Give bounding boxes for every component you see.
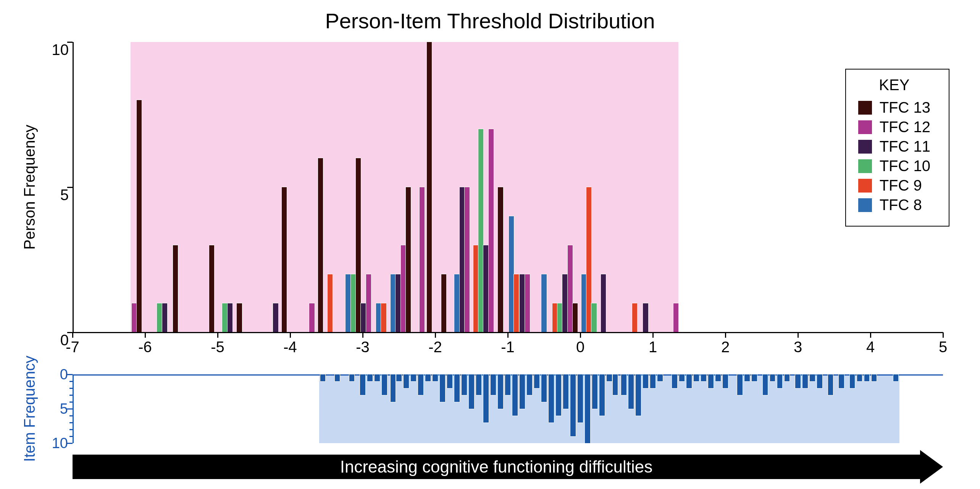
item-bar xyxy=(570,374,575,436)
legend-label: TFC 12 xyxy=(880,118,930,136)
legend-row: TFC 11 xyxy=(858,138,930,155)
upper-plot: 0510 xyxy=(73,42,943,332)
person-bar xyxy=(273,303,278,332)
item-bar xyxy=(752,374,757,381)
item-bar xyxy=(839,374,844,388)
x-tick xyxy=(217,332,218,338)
y-tick-label: 5 xyxy=(60,186,73,204)
x-tick-label: 4 xyxy=(866,338,875,356)
legend-swatch xyxy=(858,198,872,212)
x-tick-label: -7 xyxy=(66,338,79,356)
person-bar xyxy=(478,129,483,332)
person-bar xyxy=(460,187,465,332)
item-bar xyxy=(708,374,713,388)
x-tick xyxy=(435,332,436,338)
item-bar xyxy=(857,374,862,381)
legend-row: TFC 13 xyxy=(858,99,930,116)
item-bar xyxy=(411,374,416,381)
item-bar xyxy=(737,374,742,395)
legend-label: TFC 8 xyxy=(880,196,922,214)
item-bar xyxy=(375,374,379,381)
item-bar xyxy=(367,374,372,381)
item-bar xyxy=(433,374,438,381)
chart-title: Person-Item Threshold Distribution xyxy=(0,8,980,33)
person-bar xyxy=(632,303,637,332)
legend-row: TFC 10 xyxy=(858,157,930,175)
item-bar xyxy=(483,374,488,423)
person-bar xyxy=(420,187,425,332)
y-minor-tick-lower xyxy=(69,429,73,430)
person-bar xyxy=(568,245,573,332)
x-tick-label: -5 xyxy=(211,338,224,356)
y-minor-tick-lower xyxy=(69,436,73,437)
item-bar xyxy=(657,374,662,381)
x-tick xyxy=(507,332,509,338)
chart-container: Person-Item Threshold Distribution Perso… xyxy=(0,0,980,489)
person-bar xyxy=(541,274,546,332)
x-tick xyxy=(145,332,146,338)
y-minor-tick-lower xyxy=(69,422,73,423)
y-tick-label-lower: 5 xyxy=(60,401,73,417)
item-bar xyxy=(469,374,474,409)
person-bar xyxy=(514,274,519,332)
y-axis-label-lower: Item Frequency xyxy=(21,356,38,462)
person-bar xyxy=(591,303,596,332)
person-bar xyxy=(427,42,432,332)
person-bar xyxy=(209,245,214,332)
item-bar xyxy=(396,374,401,381)
legend-title: KEY xyxy=(858,76,930,94)
x-tick-label: 1 xyxy=(649,338,657,356)
legend-label: TFC 11 xyxy=(880,138,930,155)
person-bar xyxy=(520,274,525,332)
item-bar xyxy=(599,374,604,416)
person-bar xyxy=(376,303,381,332)
person-bar xyxy=(406,187,411,332)
item-bar xyxy=(520,374,525,409)
arrow-head-icon xyxy=(920,450,943,484)
person-bar xyxy=(562,274,567,332)
y-axis-line-upper xyxy=(73,42,74,332)
item-bar xyxy=(777,374,782,388)
item-bar xyxy=(549,374,554,423)
item-bar xyxy=(785,374,789,381)
item-bar xyxy=(828,374,833,395)
item-bar xyxy=(440,374,445,402)
x-tick-label: -1 xyxy=(501,338,515,356)
item-bar xyxy=(715,374,720,381)
legend-label: TFC 13 xyxy=(880,99,930,116)
lower-plot: 0510 xyxy=(73,374,943,443)
person-bar xyxy=(222,303,227,332)
legend-swatch xyxy=(858,159,872,173)
x-tick xyxy=(362,332,363,338)
legend-row: TFC 8 xyxy=(858,196,930,214)
person-bar xyxy=(552,303,557,332)
legend-label: TFC 9 xyxy=(880,177,922,194)
y-minor-tick-lower xyxy=(69,395,73,396)
item-bar xyxy=(723,374,728,388)
item-bar xyxy=(382,374,387,395)
item-bar xyxy=(418,374,423,395)
x-tick xyxy=(798,332,799,338)
x-tick-label: -2 xyxy=(428,338,442,356)
x-axis: -7-6-5-4-3-2-1012345 xyxy=(73,336,943,359)
x-tick-label: 2 xyxy=(721,338,730,356)
person-bar xyxy=(157,303,162,332)
person-bar xyxy=(673,303,678,332)
person-bar xyxy=(351,274,356,332)
person-bar xyxy=(282,187,287,332)
y-tick-label-lower: 10 xyxy=(52,435,73,452)
y-minor-tick-lower xyxy=(69,381,73,382)
person-bar xyxy=(162,303,167,332)
item-bar xyxy=(360,374,365,395)
person-bar xyxy=(473,245,478,332)
item-bar xyxy=(425,374,430,381)
item-bar xyxy=(462,374,467,395)
y-minor-tick-lower xyxy=(69,402,73,403)
person-bar xyxy=(498,187,503,332)
x-tick-label: -3 xyxy=(356,338,370,356)
person-bar xyxy=(441,274,446,332)
legend-swatch xyxy=(858,179,872,193)
item-bar xyxy=(643,374,648,388)
person-bar xyxy=(643,303,648,332)
y-tick-label-lower: 0 xyxy=(60,366,73,383)
